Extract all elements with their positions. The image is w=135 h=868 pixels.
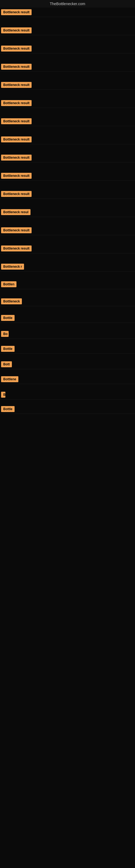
list-item: Bottleneck result [0,153,135,162]
bottleneck-result-badge[interactable]: Bottleneck resul [1,209,31,215]
bottleneck-result-badge[interactable]: B [1,392,5,398]
bottleneck-result-badge[interactable]: Bottleneck result [1,82,32,88]
bottleneck-result-badge[interactable]: Bottleneck result [1,173,32,179]
list-item: Bottleneck result [0,44,135,54]
list-item: Bott [0,360,135,369]
bottleneck-result-badge[interactable]: Bottleneck result [1,27,32,33]
list-item: Bottleneck result [0,98,135,108]
site-title: TheBottlenecker.com [0,0,135,8]
list-item: Bottleneck result [0,8,135,17]
list-item: Bottleneck result [0,226,135,235]
bottleneck-result-badge[interactable]: Bottlen [1,281,16,287]
list-item: Bottleneck result [0,189,135,199]
bottleneck-result-badge[interactable]: Bottleneck r [1,264,24,270]
bottleneck-result-badge[interactable]: Bott [1,361,12,367]
bottleneck-result-badge[interactable]: Bottleneck result [1,246,32,251]
results-list: Bottleneck resultBottleneck resultBottle… [0,8,135,414]
bottleneck-result-badge[interactable]: Bottle [1,406,14,412]
list-item: Bottleneck result [0,117,135,126]
bottleneck-result-badge[interactable]: Bottleneck result [1,118,32,124]
list-item: Bottleneck result [0,171,135,181]
bottleneck-result-badge[interactable]: Bottleneck result [1,9,32,15]
bottleneck-result-badge[interactable]: Bottleneck result [1,227,32,233]
list-item: Bottleneck resul [0,208,135,217]
list-item: Bo [0,329,135,339]
list-item: Bottle [0,344,135,354]
list-item: Bottle [0,313,135,323]
bottleneck-result-badge[interactable]: Bottleneck result [1,100,32,106]
site-header: TheBottlenecker.com [0,0,135,8]
list-item: Bottleneck result [0,135,135,144]
bottleneck-result-badge[interactable]: Bottleneck result [1,64,32,70]
list-item: Bottleneck result [0,80,135,90]
list-item: Bottle [0,404,135,414]
bottleneck-result-badge[interactable]: Bottle [1,315,14,321]
list-item: B [0,390,135,400]
bottleneck-result-badge[interactable]: Bo [1,331,9,337]
list-item: Bottleneck result [0,62,135,72]
bottleneck-result-badge[interactable]: Bottleneck [1,299,22,304]
list-item: Bottleneck result [0,26,135,35]
bottleneck-result-badge[interactable]: Bottle [1,346,14,352]
bottleneck-result-badge[interactable]: Bottleneck result [1,191,32,197]
bottleneck-result-badge[interactable]: Bottleneck result [1,45,32,52]
list-item: Bottlene [0,375,135,384]
bottleneck-result-badge[interactable]: Bottlene [1,376,18,382]
list-item: Bottleneck result [0,244,135,253]
list-item: Bottleneck r [0,262,135,272]
bottleneck-result-badge[interactable]: Bottleneck result [1,136,32,143]
bottleneck-result-badge[interactable]: Bottleneck result [1,155,32,161]
list-item: Bottleneck [0,297,135,306]
list-item: Bottlen [0,280,135,289]
